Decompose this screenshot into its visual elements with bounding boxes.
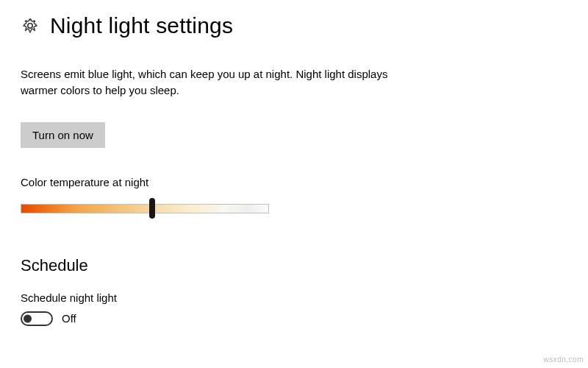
- slider-thumb[interactable]: [149, 198, 155, 219]
- schedule-night-light-label: Schedule night light: [21, 291, 567, 304]
- turn-on-now-button[interactable]: Turn on now: [21, 122, 105, 148]
- page-title: Night light settings: [50, 13, 233, 38]
- color-temperature-slider[interactable]: [21, 200, 269, 216]
- watermark: wsxdn.com: [543, 355, 584, 364]
- page-header: Night light settings: [21, 13, 567, 38]
- schedule-toggle-row: Off: [21, 311, 567, 326]
- svg-point-0: [28, 24, 32, 28]
- gear-icon: [21, 16, 40, 35]
- slider-track: [21, 204, 269, 213]
- description-text: Screens emit blue light, which can keep …: [21, 66, 403, 99]
- color-temperature-label: Color temperature at night: [21, 176, 567, 188]
- toggle-knob: [24, 314, 32, 322]
- schedule-heading: Schedule: [21, 256, 567, 275]
- schedule-toggle-state: Off: [62, 312, 76, 325]
- schedule-toggle[interactable]: [21, 311, 53, 326]
